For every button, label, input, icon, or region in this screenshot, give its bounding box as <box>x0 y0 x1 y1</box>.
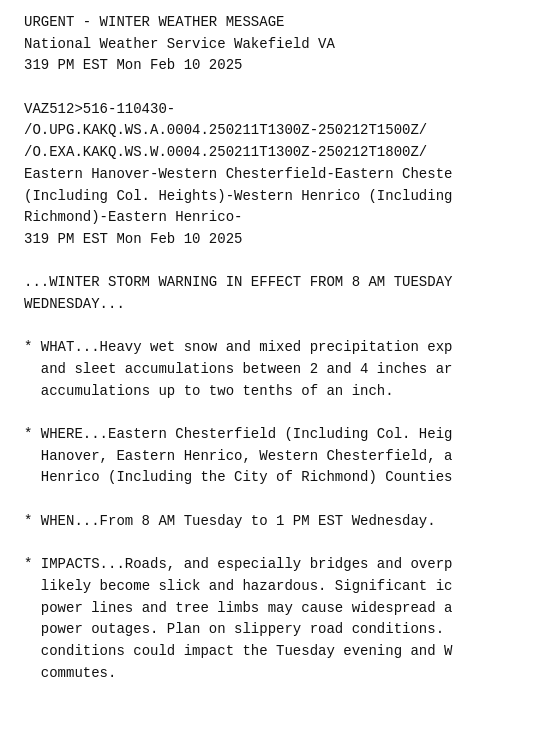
weather-message-text: URGENT - WINTER WEATHER MESSAGE National… <box>24 12 547 684</box>
weather-message-container: URGENT - WINTER WEATHER MESSAGE National… <box>0 0 557 704</box>
